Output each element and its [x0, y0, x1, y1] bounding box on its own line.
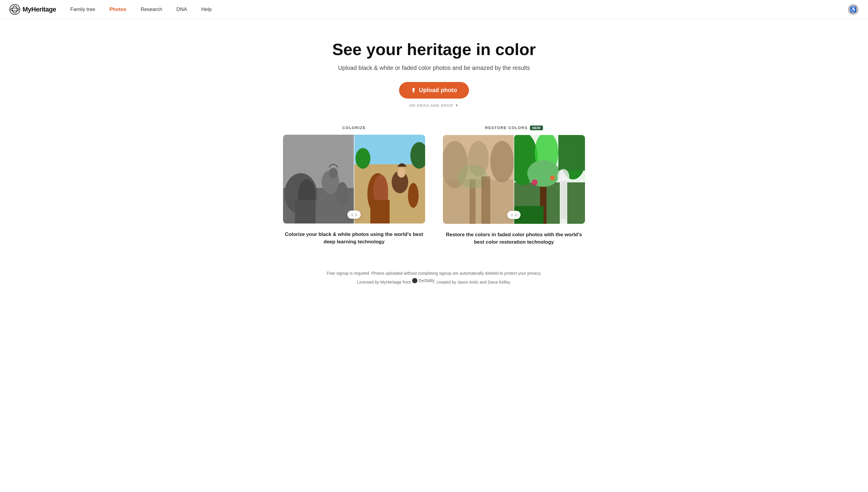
svg-point-25: [490, 141, 514, 182]
header: MyHeritage Family tree Photos Research D…: [0, 0, 868, 19]
colorize-after: [354, 135, 425, 223]
bw-photo: [283, 135, 354, 223]
restore-left-arrow-icon: ‹: [511, 213, 513, 217]
svg-rect-28: [481, 176, 490, 224]
comparison-divider: [354, 135, 354, 223]
hero-subtitle: Upload black & white or faded color phot…: [7, 65, 861, 71]
accessibility-button[interactable]: ♿: [848, 4, 859, 15]
svg-point-37: [550, 175, 555, 180]
upload-icon: ⬆: [411, 87, 416, 94]
hero-section: See your heritage in color Upload black …: [0, 19, 868, 120]
chevron-down-icon: ▼: [455, 103, 459, 107]
colorize-description: Colorize your black & white photos using…: [283, 230, 425, 246]
svg-point-20: [408, 183, 419, 208]
svg-rect-39: [559, 135, 585, 171]
restore-right-arrow-icon: ›: [515, 213, 517, 217]
restore-comparison: ‹ ›: [443, 135, 585, 224]
upload-photo-button[interactable]: ⬆ Upload photo: [399, 82, 469, 99]
new-badge: NEW: [530, 125, 543, 130]
svg-point-9: [329, 168, 338, 178]
deoldify-icon: [412, 278, 417, 283]
main-nav: Family tree Photos Research DNA Help: [71, 6, 848, 13]
vivid-photo: [514, 135, 585, 224]
svg-point-13: [355, 148, 370, 169]
footer-note: Free signup is required. Photos uploaded…: [0, 264, 868, 298]
svg-point-10: [336, 182, 348, 206]
restore-before: [443, 135, 514, 224]
upload-button-label: Upload photo: [419, 87, 457, 94]
restore-comparison-divider: [514, 135, 514, 224]
footer-line1: Free signup is required. Photos uploaded…: [7, 270, 861, 277]
deoldify-badge: DeOldify: [412, 277, 435, 285]
drag-drop-text: OR DRAG AND DROP: [409, 103, 453, 108]
right-arrow-icon: ›: [355, 212, 357, 217]
nav-dna[interactable]: DNA: [176, 6, 187, 13]
header-right: ♿: [848, 4, 859, 15]
drag-drop-area[interactable]: OR DRAG AND DROP ▼: [7, 103, 861, 108]
nav-research[interactable]: Research: [141, 6, 162, 13]
color-photo: [354, 135, 425, 223]
nav-photos[interactable]: Photos: [109, 6, 127, 13]
restore-description: Restore the colors in faded color photos…: [443, 231, 585, 246]
left-arrow-icon: ‹: [351, 212, 353, 217]
accessibility-icon: ♿: [850, 6, 857, 13]
hero-title: See your heritage in color: [7, 40, 861, 58]
restore-label: RESTORE COLORS NEW: [443, 125, 585, 130]
features-section: COLORIZE: [242, 120, 626, 264]
faded-photo: [443, 135, 514, 224]
nav-help[interactable]: Help: [201, 6, 212, 13]
logo-text: MyHeritage: [23, 6, 56, 13]
nav-family-tree[interactable]: Family tree: [71, 6, 95, 13]
comparison-slider[interactable]: ‹ ›: [347, 211, 361, 219]
svg-rect-17: [370, 200, 390, 223]
myheritage-logo-icon: [9, 4, 20, 15]
deoldify-text: DeOldify: [419, 277, 435, 285]
restore-comparison-slider[interactable]: ‹ ›: [507, 211, 520, 219]
logo[interactable]: MyHeritage: [9, 4, 56, 15]
colorize-comparison: ‹ ›: [283, 135, 425, 223]
restore-feature: RESTORE COLORS NEW: [443, 125, 585, 246]
colorize-before: [283, 135, 354, 223]
colorize-feature: COLORIZE: [283, 125, 425, 246]
svg-rect-7: [295, 200, 316, 223]
footer-line2: Licensed by MyHeritage from DeOldify, cr…: [7, 277, 861, 286]
colorize-label: COLORIZE: [283, 125, 425, 130]
restore-after: [514, 135, 585, 224]
svg-rect-42: [561, 181, 567, 219]
svg-point-36: [532, 179, 538, 185]
svg-point-19: [397, 168, 405, 178]
